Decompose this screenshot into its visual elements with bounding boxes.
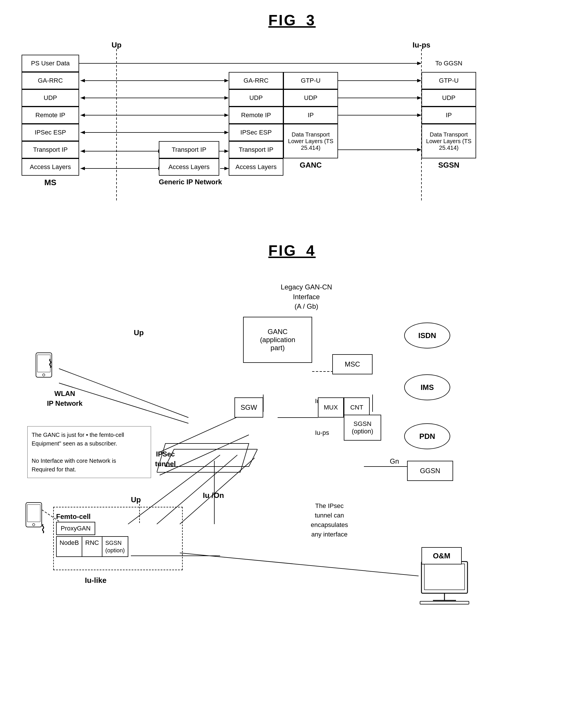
sgsn-gtp-u: GTP-U (421, 72, 476, 89)
legacy-gan-cn-label: Legacy GAN-CNInterface(A / Gb) (263, 282, 350, 311)
ganc-remote-ip: Remote IP (229, 107, 283, 124)
svg-marker-26 (224, 131, 229, 134)
svg-marker-14 (224, 96, 229, 100)
svg-point-64 (43, 374, 45, 376)
svg-rect-71 (424, 564, 465, 590)
up-label-femto: Up (131, 495, 141, 504)
sgw-box: SGW (234, 397, 263, 418)
iu-on-label: Iu /On (203, 491, 224, 500)
svg-point-69 (32, 523, 35, 526)
ganc-ip: IP (283, 107, 338, 124)
generic-transport-ip: Transport IP (159, 141, 219, 158)
ganc-left-stack: GA-RRC UDP Remote IP IPSec ESP Transport… (229, 72, 283, 176)
ms-remote-ip: Remote IP (22, 107, 79, 124)
sgsn-stack: To GGSN GTP-U UDP IP Data Transport Lowe… (421, 55, 476, 170)
sgsn-box: SGSN(option) (344, 415, 381, 441)
ms-transport-ip: Transport IP (22, 141, 79, 158)
ms-stack: PS User Data GA-RRC UDP Remote IP IPSec … (22, 55, 79, 187)
svg-marker-32 (224, 150, 229, 153)
ganc-ipsec-esp: IPSec ESP (229, 124, 283, 141)
ms-access-layers: Access Layers (22, 158, 79, 176)
svg-marker-11 (417, 79, 421, 82)
ganc-udp: UDP (229, 89, 283, 107)
generic-ip-label: Generic IP Network (159, 178, 222, 186)
svg-rect-68 (27, 504, 40, 522)
mux-box: MUX (318, 397, 344, 418)
ganc-data-transport: Data Transport Lower Layers (TS 25.414) (283, 124, 338, 158)
generic-access-layers: Access Layers (159, 158, 219, 176)
svg-marker-5 (417, 62, 421, 65)
svg-marker-20 (224, 113, 229, 117)
ganc-ga-rrc: GA-RRC (229, 72, 283, 89)
to-ggsn-label: To GGSN (421, 55, 476, 72)
mobile-device-bottom: ⌇ (24, 501, 48, 536)
iu-ps-label: Iu-ps (315, 429, 329, 437)
svg-marker-65 (157, 443, 249, 472)
sgsn-udp: UDP (421, 89, 476, 107)
ms-label: MS (22, 178, 79, 187)
om-label-box: O&M (421, 547, 462, 565)
svg-marker-42 (417, 148, 421, 152)
svg-marker-27 (81, 131, 85, 134)
wlan-dashes: ⌇ (48, 357, 53, 370)
fig3-title: FIG_3 (17, 11, 567, 29)
generic-ip-stack: Transport IP Access Layers Generic IP Ne… (159, 141, 222, 186)
sgsn-data-transport: Data Transport Lower Layers (TS 25.414) (421, 124, 476, 158)
isdn-ellipse: ISDN (404, 322, 450, 348)
ganc-transport-ip: Transport IP (229, 141, 283, 158)
fig4-diagram: Gn Legacy GAN-CNInterface(A / Gb) GANC(a… (19, 274, 565, 614)
iu-like-label: Iu-like (85, 576, 107, 585)
ms-ga-rrc: GA-RRC (22, 72, 79, 89)
msc-box: MSC (332, 354, 372, 374)
page: FIG_3 Up Iu-ps (0, 0, 584, 728)
fig3-diagram: Up Iu-ps (19, 40, 565, 213)
ganc-udp2: UDP (283, 89, 338, 107)
ganc-right-stack: GTP-U UDP IP Data Transport Lower Layers… (283, 72, 338, 170)
svg-marker-8 (224, 79, 229, 82)
ganc-label: GANC (283, 161, 338, 170)
svg-line-61 (180, 553, 419, 576)
svg-marker-66 (165, 449, 257, 467)
svg-marker-21 (81, 113, 85, 117)
svg-marker-15 (81, 96, 85, 100)
svg-text:Iu-ps: Iu-ps (413, 41, 430, 49)
wlan-label: WLANIP Network (36, 389, 93, 408)
ipsec-note: The IPsectunnel canencapsulatesany inter… (289, 501, 370, 539)
svg-marker-9 (81, 79, 85, 82)
ganc-note-box: The GANC is just for • the femto-cellEqu… (27, 426, 151, 478)
ms-ipsec-esp: IPSec ESP (22, 124, 79, 141)
sgsn-label: SGSN (421, 161, 476, 170)
ganc-access-layers: Access Layers (229, 158, 283, 176)
sgsn-ip: IP (421, 107, 476, 124)
svg-rect-70 (421, 562, 468, 593)
svg-text:Gn: Gn (390, 457, 399, 465)
svg-marker-37 (81, 167, 85, 170)
svg-marker-23 (417, 113, 421, 117)
fig4-title: FIG_4 (17, 242, 567, 259)
pdn-ellipse: PDN (404, 423, 450, 449)
ganc-gtp-u: GTP-U (283, 72, 338, 89)
svg-marker-39 (224, 167, 229, 170)
ipsec-tunnel-shape (157, 441, 257, 476)
ganc-box: GANC(applicationpart) (243, 317, 312, 363)
femtocell-border (53, 507, 183, 570)
svg-rect-67 (26, 502, 42, 527)
svg-marker-17 (417, 96, 421, 100)
ggsn-box: GGSN (407, 461, 453, 481)
up-label-top: Up (134, 328, 144, 337)
svg-marker-30 (81, 150, 85, 153)
ims-ellipse: IMS (404, 374, 450, 400)
svg-text:Up: Up (112, 41, 122, 49)
ms-ps-user-data: PS User Data (22, 55, 79, 72)
ms-udp: UDP (22, 89, 79, 107)
svg-rect-74 (420, 601, 469, 604)
om-area (416, 559, 473, 606)
